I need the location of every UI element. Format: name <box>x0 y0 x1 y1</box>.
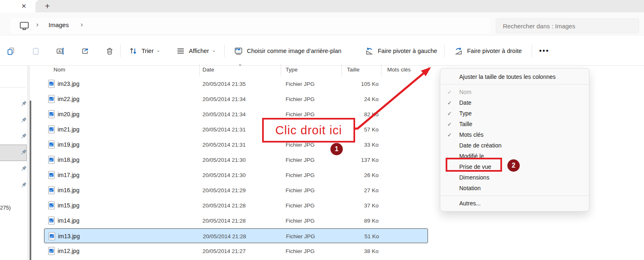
context-menu-item[interactable]: Date de création <box>440 140 589 151</box>
context-menu-item: ✓ Nom <box>440 87 589 97</box>
context-menu-item[interactable]: ✓ Taille <box>440 119 589 129</box>
file-row[interactable]: im17.jpg 20/05/2014 21:30 Fichier JPG 26… <box>44 168 428 182</box>
context-menu-item[interactable]: ✓ Type <box>440 108 589 119</box>
set-wallpaper-button[interactable]: Choisir comme image d’arrière-plan <box>230 43 346 59</box>
column-resize-handle[interactable] <box>342 64 342 76</box>
pin-icon[interactable] <box>20 149 27 156</box>
context-menu-item[interactable]: Autres... <box>440 198 589 209</box>
more-options-button[interactable]: ••• <box>535 43 553 59</box>
tab-close-button[interactable]: ✕ <box>19 1 29 12</box>
context-menu-item[interactable]: Ajuster la taille de toutes les colonnes <box>440 71 589 82</box>
view-button[interactable]: Afficher ⌄ <box>172 43 220 59</box>
file-row[interactable]: im21.jpg 20/05/2014 21:31 Fichier JPG 57… <box>44 122 428 137</box>
column-header-taille[interactable]: Taille <box>347 67 360 73</box>
file-name: im13.jpg <box>58 229 80 244</box>
annotation-highlight-box <box>446 158 502 172</box>
new-tab-button[interactable]: + <box>42 0 53 12</box>
jpg-file-icon <box>48 171 55 179</box>
file-date: 20/05/2014 21:30 <box>202 152 246 167</box>
file-row[interactable]: im23.jpg 20/05/2014 21:35 Fichier JPG 10… <box>44 76 428 91</box>
checkmark-icon: ✓ <box>440 132 453 138</box>
file-name: im20.jpg <box>58 107 79 122</box>
column-context-menu: Ajuster la taille de toutes les colonnes… <box>440 68 589 212</box>
column-header-type[interactable]: Type <box>286 67 298 73</box>
sort-button[interactable]: Trier ⌄ <box>125 43 164 59</box>
sidebar-scrollbar-thumb[interactable] <box>30 101 31 260</box>
file-size: 38 Ko <box>328 244 379 258</box>
file-date: 20/05/2014 21:27 <box>202 244 246 258</box>
context-menu-item[interactable]: ✓ Date <box>440 97 589 108</box>
pin-icon[interactable] <box>20 133 27 140</box>
file-row[interactable]: im16.jpg 20/05/2014 21:29 Fichier JPG 27… <box>44 183 428 198</box>
file-size: 51 Ko <box>328 229 379 244</box>
copy-button[interactable] <box>2 43 19 59</box>
file-row[interactable]: im14.jpg 20/05/2014 21:28 Fichier JPG 89… <box>44 213 428 228</box>
column-header-mots-clés[interactable]: Mots clés <box>387 67 411 73</box>
share-button[interactable] <box>77 43 93 59</box>
delete-button[interactable] <box>101 43 118 59</box>
svg-text:A: A <box>58 49 61 53</box>
jpg-file-icon <box>48 247 55 255</box>
context-menu-item[interactable]: ✓ Mots clés <box>440 129 589 140</box>
pin-icon[interactable] <box>20 165 27 173</box>
jpg-file-icon <box>48 140 55 149</box>
file-name: im18.jpg <box>58 152 79 167</box>
rotate-right-button[interactable]: Faire pivoter à droite <box>450 43 526 59</box>
file-name: im12.jpg <box>58 244 79 258</box>
rename-button[interactable]: A <box>52 43 69 59</box>
context-menu-item-label: Autres... <box>453 200 481 207</box>
file-row[interactable]: im20.jpg 20/05/2014 21:34 Fichier JPG 82… <box>44 107 428 122</box>
chevron-down-icon: ⌄ <box>212 48 216 53</box>
column-header-date[interactable]: Date <box>202 67 214 73</box>
column-resize-handle[interactable] <box>281 64 281 76</box>
paste-button[interactable] <box>27 43 44 59</box>
breadcrumb-folder[interactable]: Images <box>49 21 69 28</box>
this-pc-icon[interactable] <box>19 21 30 31</box>
context-menu-item-label: Dimensions <box>453 174 489 181</box>
toolbar-divider <box>444 45 445 57</box>
file-size: 105 Ko <box>328 76 379 91</box>
jpg-file-icon <box>48 95 55 103</box>
jpg-file-icon <box>48 186 55 194</box>
pin-icon[interactable] <box>20 100 27 108</box>
sidebar-divider <box>0 87 26 87</box>
file-date: 20/05/2014 21:29 <box>202 183 246 198</box>
search-input[interactable]: Rechercher dans : Images <box>496 18 639 33</box>
file-type: Fichier JPG <box>286 183 315 198</box>
file-row[interactable]: im22.jpg 20/05/2014 21:34 Fichier JPG 24… <box>44 92 428 106</box>
column-resize-handle[interactable] <box>199 64 200 76</box>
file-row[interactable]: im15.jpg 20/05/2014 21:28 Fichier JPG 37… <box>44 198 428 213</box>
context-menu-item-label: Ajuster la taille de toutes les colonnes <box>453 74 556 80</box>
annotation-step-badge-2: 2 <box>507 159 520 172</box>
rotate-right-label: Faire pivoter à droite <box>467 48 522 54</box>
set-wallpaper-label: Choisir comme image d’arrière-plan <box>247 48 342 54</box>
file-row[interactable]: im19.jpg 20/05/2014 21:31 Fichier JPG 33… <box>44 137 428 152</box>
view-label: Afficher <box>189 48 209 54</box>
pin-icon[interactable] <box>20 117 27 124</box>
column-header-nom[interactable]: Nom <box>53 67 65 73</box>
address-bar-row: › Images › Rechercher dans : Images <box>0 12 644 35</box>
close-icon: ✕ <box>21 2 27 10</box>
checkmark-icon: ✓ <box>440 110 453 117</box>
chevron-right-icon[interactable]: › <box>81 21 83 28</box>
file-size: 37 Ko <box>328 198 379 213</box>
share-icon <box>81 47 89 55</box>
column-resize-handle[interactable] <box>381 64 381 76</box>
context-menu-item[interactable]: Notation <box>440 183 589 193</box>
file-row[interactable]: im18.jpg 20/05/2014 21:30 Fichier JPG 13… <box>44 152 428 167</box>
jpg-file-icon <box>48 110 55 118</box>
file-size: 24 Ko <box>328 92 379 106</box>
file-row[interactable]: im13.jpg 20/05/2014 21:28 Fichier JPG 51… <box>44 228 428 243</box>
file-type: Fichier JPG <box>286 168 315 182</box>
column-resize-handle[interactable] <box>428 64 428 76</box>
file-row[interactable]: im12.jpg 20/05/2014 21:27 Fichier JPG 38… <box>44 244 428 258</box>
pin-icon[interactable] <box>20 182 27 189</box>
rotate-left-button[interactable]: Faire pivoter à gauche <box>360 43 441 59</box>
file-size: 89 Ko <box>328 213 379 228</box>
file-explorer-window: ✕ + › Images › Rechercher dans : Images <box>0 0 644 260</box>
command-toolbar: A Trier ⌄ <box>0 35 644 66</box>
context-menu-item[interactable]: Dimensions <box>440 172 589 183</box>
search-placeholder: Rechercher dans : Images <box>503 23 575 30</box>
paste-icon <box>31 47 40 55</box>
file-type: Fichier JPG <box>286 244 315 258</box>
